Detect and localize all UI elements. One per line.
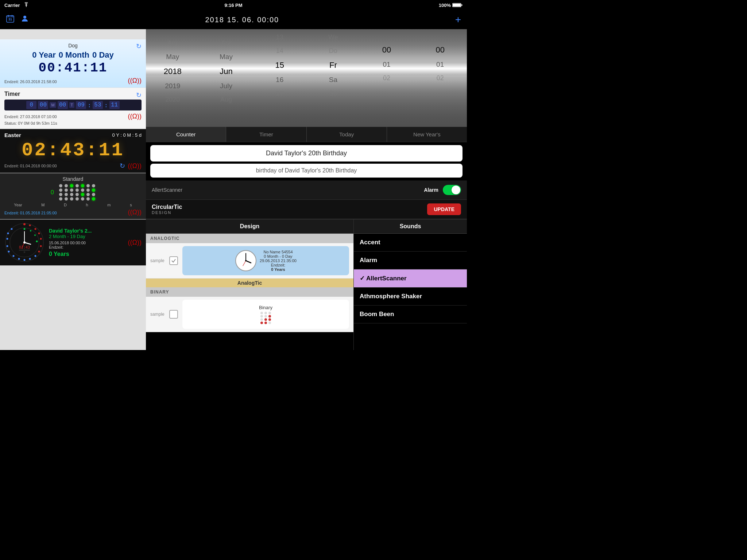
brand-name: CircularTic	[152, 204, 182, 210]
picker-col-year[interactable]: Apr May 2018 2019 2020	[146, 31, 200, 106]
binary-display: 0	[4, 184, 142, 201]
circular-widget: 02:43 II David Taylor's 2... 2 Month - 1…	[0, 219, 146, 265]
picker-col-weekday[interactable]: We Do Fr Sa So	[306, 31, 360, 106]
tab-today[interactable]: Today	[307, 127, 387, 142]
dot-col-year	[59, 184, 62, 201]
timer-digits: 0 00 M 00 T 09 : 53 : 11	[4, 100, 142, 110]
alarm-toggle[interactable]	[443, 185, 461, 195]
tab-newyears[interactable]: New Year's	[387, 127, 467, 142]
svg-rect-2	[453, 4, 461, 7]
analogtic-item: sample No Name 54554 0 Month	[146, 243, 353, 279]
binary-checkbox[interactable]	[169, 310, 178, 319]
sound-item-alarm[interactable]: Alarm	[354, 252, 467, 269]
brand-sub: DESIGN	[152, 210, 182, 215]
status-bar: Carrier 9:16 PM 100%	[0, 0, 467, 10]
svg-point-22	[7, 245, 8, 247]
analogtic-section-header: ANALOGTIC	[146, 234, 353, 243]
event-name-field[interactable]: David Taylor's 20th Birthday	[150, 145, 462, 162]
carrier-label: Carrier	[4, 3, 20, 8]
picker-col-month[interactable]: Apr May Jun July Aug	[200, 31, 253, 106]
sounds-panel-header: Sounds	[354, 219, 467, 234]
dog-time: 00:41:11	[4, 61, 142, 75]
tab-counter[interactable]: Counter	[146, 127, 226, 142]
binary-item: sample Binary	[146, 297, 353, 332]
app-header: 31 2018 15. 06. 00:00 +	[0, 10, 467, 29]
event-description-field[interactable]: birthday of David Taylor's 20th Birthday	[150, 164, 462, 178]
timer-widget: Timer ↻ 0 00 M 00 T 09 : 53 : 11 Endzeit…	[0, 88, 146, 129]
circular-years: 0 Years	[49, 251, 124, 257]
svg-point-32	[34, 234, 36, 236]
analogtic-sample-label: sample	[150, 258, 165, 263]
svg-point-17	[38, 251, 40, 253]
binary-section-header: BINARY	[146, 287, 353, 297]
timer-alarm-icon: ((Ω))	[128, 113, 142, 120]
svg-point-14	[38, 233, 40, 234]
bottom-panels: Design ANALOGTIC sample	[146, 219, 467, 350]
picker-col-minute[interactable]: 00 01 02	[413, 31, 467, 106]
binary-preview: Binary	[182, 300, 349, 329]
header-icons: 31	[6, 14, 29, 25]
svg-point-24	[13, 255, 15, 257]
person-icon[interactable]	[20, 14, 29, 25]
svg-point-27	[29, 258, 31, 260]
brand-update-button[interactable]: UPDATE	[427, 203, 461, 215]
sound-item-atmosphere[interactable]: Athmosphere Shaker	[354, 288, 467, 306]
wifi-icon	[23, 2, 30, 8]
standard-endzeit: Endzeit: 01.05.2018 21:05:00	[4, 211, 57, 215]
binary-preview-content: Binary	[259, 305, 272, 324]
svg-point-37	[23, 241, 26, 244]
dot-col-sep	[76, 184, 79, 201]
svg-point-13	[35, 228, 36, 230]
svg-point-0	[26, 6, 26, 7]
svg-point-23	[8, 251, 10, 253]
settings-alarm-row: AllertScanner Alarm	[146, 180, 467, 200]
dog-refresh-icon[interactable]: ↻	[136, 43, 142, 50]
dog-title: Dog	[39, 43, 107, 48]
add-button[interactable]: +	[455, 14, 461, 26]
dog-alarm-icon: ((Ω))	[128, 77, 142, 85]
easter-endzeit: Endzeit: 01.04.2018 00:00:00 ↻ ((Ω))	[4, 162, 142, 170]
sound-item-accent[interactable]: Accent	[354, 234, 467, 252]
svg-point-26	[24, 259, 26, 261]
header-date: 2018 15. 06. 00:00	[205, 16, 279, 24]
svg-point-16	[40, 245, 42, 247]
easter-header: Easter 0 Y : 0 M : 5 d	[4, 132, 142, 138]
svg-point-33	[36, 241, 38, 242]
circular-alarm-icon: ((Ω))	[128, 239, 142, 246]
picker-col-day[interactable]: 13 14 15 16 17	[253, 31, 306, 106]
picker-col-hour[interactable]: 00 01 02	[360, 31, 414, 106]
circular-ymd: 2 Month - 19 Day	[49, 234, 124, 239]
timer-refresh-icon[interactable]: ↻	[136, 91, 142, 99]
dot-col-m2	[86, 184, 90, 201]
timer-status: Status: 0Y 0M 0d 9h 53m 11s	[4, 121, 142, 125]
dot-col-s	[92, 184, 95, 201]
timer-title: Timer	[4, 91, 20, 97]
svg-point-25	[18, 258, 20, 260]
sound-item-allertscanner[interactable]: AllertScanner	[354, 269, 467, 288]
svg-point-19	[11, 228, 13, 230]
settings-app-label: AllertScanner	[152, 187, 182, 193]
circular-date: 15.06.2018 00:00:00	[49, 241, 124, 245]
circular-clock-face: 02:43 II	[4, 222, 44, 262]
binary-sample-label: sample	[150, 312, 165, 317]
svg-text:02:43: 02:43	[19, 245, 30, 249]
dot-col-h	[81, 184, 84, 201]
sound-item-boombeen[interactable]: Boom Been	[354, 306, 467, 323]
analogtic-name-bar: AnalogTic	[146, 279, 353, 287]
calendar-icon[interactable]: 31	[6, 14, 15, 25]
easter-refresh-icon[interactable]: ↻	[120, 162, 125, 170]
design-panel-header: Design	[146, 219, 353, 234]
analogtic-checkbox[interactable]	[169, 256, 178, 265]
dot-col-d	[70, 184, 73, 201]
easter-alarm-icon: ((Ω))	[128, 162, 142, 170]
design-panel: Design ANALOGTIC sample	[146, 219, 354, 350]
svg-point-15	[40, 238, 42, 240]
toggle-knob	[452, 186, 460, 194]
tab-timer[interactable]: Timer	[226, 127, 306, 142]
tabs-bar: Counter Timer Today New Year's	[146, 127, 467, 142]
svg-text:31: 31	[8, 18, 12, 21]
dog-endzeit: Endzeit: 26.03.2018 21:58:00	[4, 79, 57, 84]
svg-point-9	[23, 16, 26, 19]
svg-point-45	[245, 260, 247, 261]
easter-time: 02:43:11	[4, 140, 142, 161]
